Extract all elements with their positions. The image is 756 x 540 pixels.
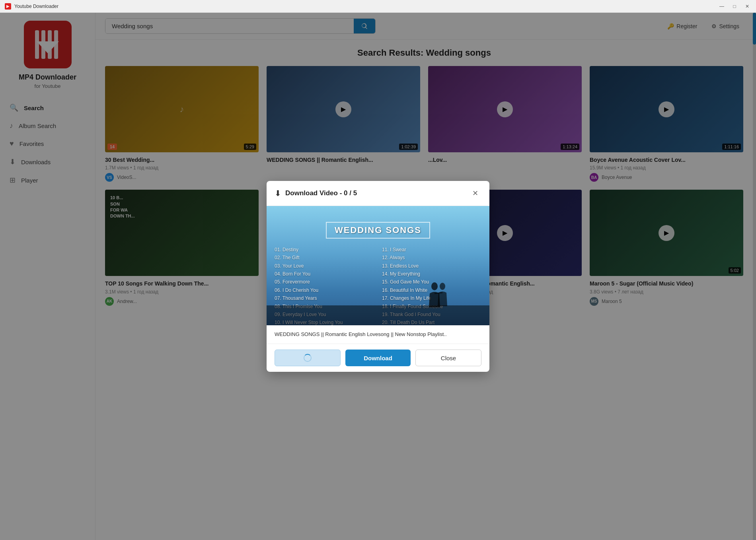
app-title: Youtube Downloader	[14, 4, 58, 9]
song-item: 04. Born For You	[275, 270, 374, 278]
modal-header: ⬇ Download Video - 0 / 5 ✕	[267, 181, 489, 206]
song-item: 12. Always	[382, 254, 481, 262]
maximize-button[interactable]: □	[729, 2, 740, 11]
modal-video-title-overlay: WEDDING SONGS	[326, 222, 430, 239]
song-item: 13. Endless Love	[382, 262, 481, 270]
loading-indicator	[275, 350, 341, 366]
modal-title: Download Video - 0 / 5	[285, 189, 469, 197]
spinner	[304, 354, 312, 362]
modal-close-x-button[interactable]: ✕	[469, 187, 481, 199]
modal-close-button[interactable]: Close	[415, 350, 481, 366]
window-controls: — □ ✕	[716, 0, 753, 12]
song-item: 07. Thousand Years	[275, 294, 374, 302]
song-item: 01. Destiny	[275, 246, 374, 254]
download-button[interactable]: Download	[345, 350, 411, 366]
modal-overlay: ⬇ Download Video - 0 / 5 ✕ WEDDING SONGS…	[0, 13, 756, 540]
svg-line-7	[435, 293, 442, 293]
dark-overlay-band	[267, 305, 489, 325]
titlebar: ▶ Youtube Downloader — □ ✕	[0, 0, 756, 13]
song-item: 05. Forevermore	[275, 278, 374, 286]
song-item: 03. Your Love	[275, 262, 374, 270]
song-item: 02. The Gift	[275, 254, 374, 262]
app-icon: ▶	[5, 3, 11, 10]
song-item: 14. My Everything	[382, 270, 481, 278]
close-button[interactable]: ✕	[742, 2, 753, 11]
download-modal: ⬇ Download Video - 0 / 5 ✕ WEDDING SONGS…	[267, 181, 489, 372]
modal-actions: Download Close	[267, 344, 489, 372]
modal-video-overlay-text: WEDDING SONGS	[278, 222, 478, 239]
minimize-button[interactable]: —	[716, 2, 727, 11]
modal-caption: WEDDING SONGS || Romantic English Loveso…	[267, 325, 489, 344]
song-item: 06. I Do Cherish You	[275, 286, 374, 294]
song-item: 11. I Swear	[382, 246, 481, 254]
modal-video-preview: WEDDING SONGS 01. Destiny02. The Gift03.…	[267, 206, 489, 325]
download-icon: ⬇	[275, 188, 281, 198]
svg-point-6	[440, 283, 445, 290]
svg-point-5	[431, 282, 438, 290]
